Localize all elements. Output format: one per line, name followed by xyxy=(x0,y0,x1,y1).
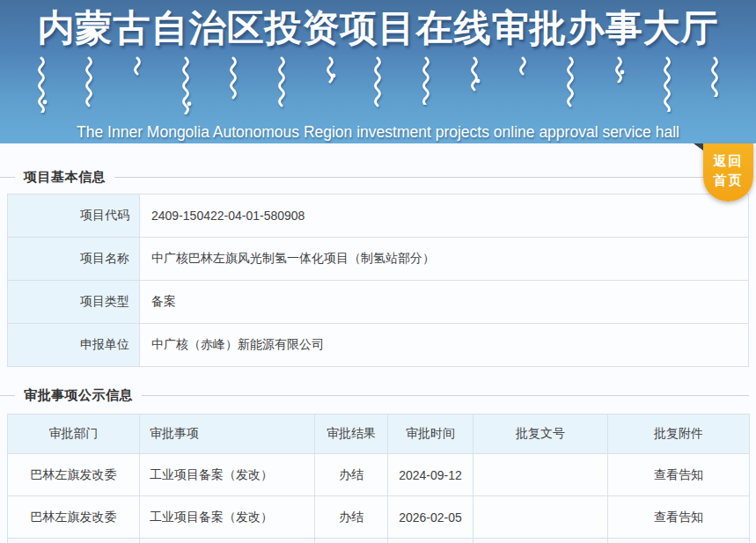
field-label-project-type: 项目类型 xyxy=(8,281,140,324)
section-title-approval-info: 审批事项公示信息 xyxy=(0,386,749,404)
table-header-row: 审批部门 审批事项 审批结果 审批时间 批复文号 批复附件 xyxy=(8,415,750,454)
cell-reply-doc-number xyxy=(473,454,608,496)
back-home-button[interactable]: 返回 首页 xyxy=(703,143,753,202)
field-label-project-code: 项目代码 xyxy=(8,194,140,238)
field-label-project-name: 项目名称 xyxy=(8,238,140,281)
view-notice-link[interactable]: 查看告知 xyxy=(608,496,750,539)
column-header-approval-result: 审批结果 xyxy=(315,415,388,454)
cell-approval-time: 2024-09-12 xyxy=(388,454,473,496)
cell-approval-item: 工业项目备案（发改） xyxy=(140,454,315,496)
field-value-project-name: 中广核巴林左旗风光制氢一体化项目（制氢站部分） xyxy=(140,238,749,281)
section-title-basic-info: 项目基本信息 xyxy=(0,168,749,186)
column-header-approval-time: 审批时间 xyxy=(388,415,473,454)
table-row-partial xyxy=(8,539,750,543)
column-header-approval-department: 审批部门 xyxy=(8,415,140,454)
cell-approval-department: 巴林左旗发改委 xyxy=(8,496,140,539)
table-row: 巴林左旗发改委 工业项目备案（发改） 办结 2026-02-05 查看告知 xyxy=(8,496,750,539)
site-title-chinese: 内蒙古自治区投资项目在线审批办事大厅 xyxy=(38,4,719,53)
mongolian-script-decoration xyxy=(35,56,722,118)
section-heading: 审批事项公示信息 xyxy=(24,387,133,404)
table-row: 项目代码 2409-150422-04-01-580908 xyxy=(8,194,749,238)
column-header-reply-attachment: 批复附件 xyxy=(608,415,750,454)
back-home-label-line2: 首页 xyxy=(714,171,744,190)
column-header-reply-doc-number: 批复文号 xyxy=(473,415,608,454)
cell-approval-result: 办结 xyxy=(315,454,388,496)
field-value-project-type: 备案 xyxy=(140,281,749,324)
site-title-english: The Inner Mongolia Autonomous Region inv… xyxy=(77,123,679,142)
divider-line xyxy=(0,395,15,396)
table-row: 项目名称 中广核巴林左旗风光制氢一体化项目（制氢站部分） xyxy=(8,238,749,281)
table-row: 申报单位 中广核（赤峰）新能源有限公司 xyxy=(8,324,749,367)
field-value-project-code: 2409-150422-04-01-580908 xyxy=(140,194,749,238)
approval-info-table: 审批部门 审批事项 审批结果 审批时间 批复文号 批复附件 巴林左旗发改委 工业… xyxy=(7,414,750,543)
cell-approval-result: 办结 xyxy=(315,496,388,539)
cell-approval-department: 巴林左旗发改委 xyxy=(8,454,140,496)
divider-line xyxy=(142,395,749,396)
page: { "header": { "title_cn": "内蒙古自治区投资项目在线审… xyxy=(0,0,756,543)
view-notice-link[interactable]: 查看告知 xyxy=(608,454,750,496)
cell-approval-time: 2026-02-05 xyxy=(388,496,473,539)
table-row: 项目类型 备案 xyxy=(8,281,749,324)
field-label-declaring-unit: 申报单位 xyxy=(8,324,140,367)
column-header-approval-item: 审批事项 xyxy=(140,415,315,454)
basic-info-table: 项目代码 2409-150422-04-01-580908 项目名称 中广核巴林… xyxy=(7,194,749,367)
header-banner: 内蒙古自治区投资项目在线审批办事大厅 The Inner Mongolia Au… xyxy=(0,0,756,143)
divider-line xyxy=(114,177,749,178)
back-home-label-line1: 返回 xyxy=(714,151,744,171)
section-heading: 项目基本信息 xyxy=(24,169,106,186)
divider-line xyxy=(0,177,15,178)
table-row: 巴林左旗发改委 工业项目备案（发改） 办结 2024-09-12 查看告知 xyxy=(8,454,750,496)
field-value-declaring-unit: 中广核（赤峰）新能源有限公司 xyxy=(140,324,749,367)
cell-approval-item: 工业项目备案（发改） xyxy=(140,496,315,539)
cell-reply-doc-number xyxy=(473,496,608,539)
